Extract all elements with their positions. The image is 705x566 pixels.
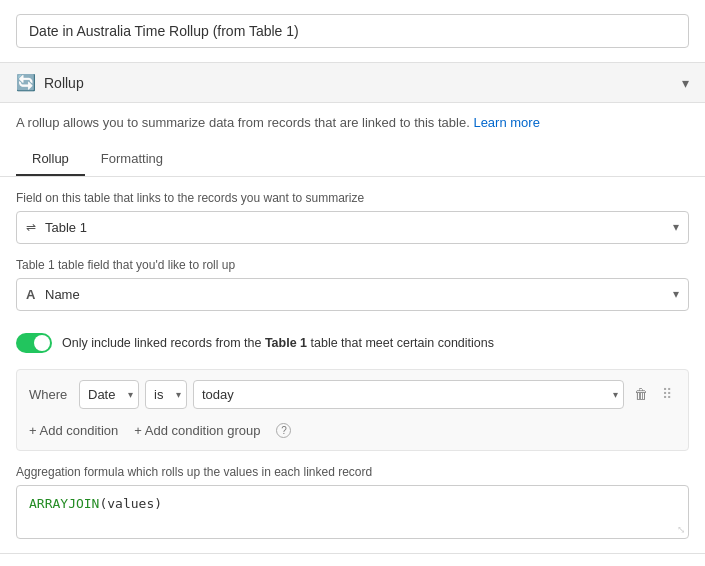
toggle-row: Only include linked records from the Tab…	[16, 325, 689, 361]
tab-formatting[interactable]: Formatting	[85, 143, 179, 176]
aggregation-label: Aggregation formula which rolls up the v…	[16, 465, 689, 479]
tab-rollup[interactable]: Rollup	[16, 143, 85, 176]
where-row: Where Date ▾ is ▾	[29, 380, 676, 409]
title-bar	[0, 0, 705, 63]
description-area: A rollup allows you to summarize data fr…	[0, 103, 705, 143]
footer: + Add description Cancel Save	[0, 553, 705, 567]
rollup-icon: 🔄	[16, 73, 36, 92]
rollup-field-select[interactable]: Name	[16, 278, 689, 311]
condition-value-wrapper: today ▾	[193, 380, 624, 409]
where-label: Where	[29, 387, 73, 402]
where-section: Where Date ▾ is ▾	[16, 369, 689, 451]
link-field-select[interactable]: Table 1	[16, 211, 689, 244]
tabs: Rollup Formatting	[0, 143, 705, 177]
modal: 🔄 Rollup ▾ A rollup allows you to summar…	[0, 0, 705, 566]
add-condition-group-button[interactable]: + Add condition group	[134, 421, 260, 440]
formula-prefix: ARRAYJOIN	[29, 496, 99, 511]
rollup-field-select-wrapper: A Name ▾	[16, 278, 689, 311]
learn-more-link[interactable]: Learn more	[473, 115, 539, 130]
description-text: A rollup allows you to summarize data fr…	[16, 115, 470, 130]
toggle-slider	[16, 333, 52, 353]
formula-box[interactable]: ARRAYJOIN(values) ⤡	[16, 485, 689, 539]
rollup-header: 🔄 Rollup ▾	[0, 63, 705, 103]
field-name-input[interactable]	[16, 14, 689, 48]
rollup-field-label: Table 1 table field that you'd like to r…	[16, 258, 689, 272]
add-condition-row: + Add condition + Add condition group ?	[29, 417, 676, 440]
content-area: Field on this table that links to the re…	[0, 177, 705, 553]
aggregation-section: Aggregation formula which rolls up the v…	[16, 465, 689, 539]
rollup-label: Rollup	[44, 75, 84, 91]
drag-condition-button[interactable]: ⠿	[658, 382, 676, 406]
link-field-label: Field on this table that links to the re…	[16, 191, 689, 205]
link-field-select-wrapper: ⇌ Table 1 ▾	[16, 211, 689, 244]
rollup-chevron-icon[interactable]: ▾	[682, 75, 689, 91]
toggle-label: Only include linked records from the Tab…	[62, 336, 494, 350]
condition-value-select[interactable]: today	[193, 380, 624, 409]
conditions-toggle[interactable]	[16, 333, 52, 353]
resize-handle-icon: ⤡	[677, 524, 685, 535]
condition-operator-wrapper: is ▾	[145, 380, 187, 409]
formula-body: (values)	[99, 496, 162, 511]
delete-condition-button[interactable]: 🗑	[630, 382, 652, 406]
condition-operator-select[interactable]: is	[145, 380, 187, 409]
help-icon[interactable]: ?	[276, 423, 291, 438]
condition-field-select[interactable]: Date	[79, 380, 139, 409]
add-condition-button[interactable]: + Add condition	[29, 421, 118, 440]
rollup-header-left: 🔄 Rollup	[16, 73, 84, 92]
condition-field-wrapper: Date ▾	[79, 380, 139, 409]
